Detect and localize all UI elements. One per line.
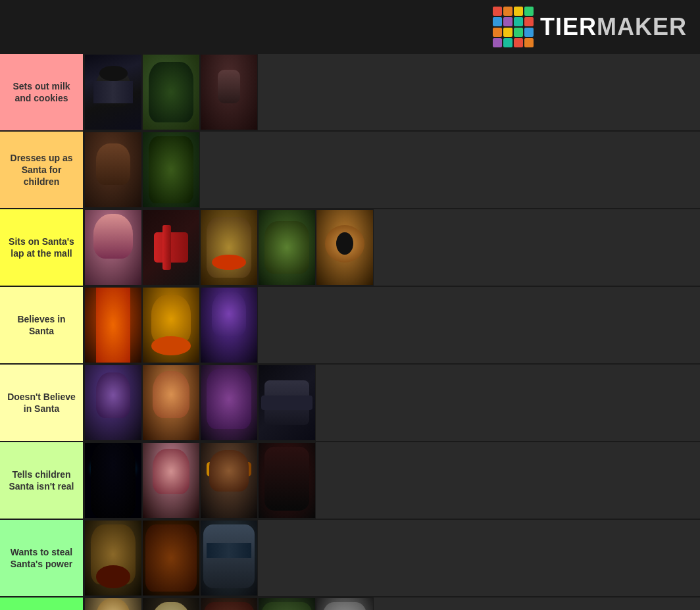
character-image (201, 210, 257, 285)
character-image (143, 443, 199, 518)
tier-items-sits-lap (84, 209, 700, 286)
tier-item[interactable] (84, 209, 142, 286)
tier-item[interactable] (142, 209, 200, 286)
tier-row-sits-lap: Sits on Santa's lap at the mall (0, 209, 700, 287)
logo-cell (503, 28, 512, 37)
logo-cell (493, 38, 502, 47)
logo-grid-icon (493, 7, 534, 47)
logo-cell (493, 17, 502, 26)
tier-item[interactable] (200, 442, 258, 519)
tier-row-tells-children: Tells children Santa isn't real (0, 442, 700, 520)
character-image (143, 55, 199, 130)
tier-item[interactable] (258, 209, 316, 286)
character-image (143, 210, 199, 285)
logo-cell (503, 7, 512, 16)
tier-row-believes: Believes in Santa (0, 287, 700, 365)
tier-label-doesnt-believe: Doesn't Believe in Santa (0, 365, 84, 441)
tier-item[interactable] (84, 365, 142, 441)
tier-label-fight-santa: Tries to fight Santa (0, 597, 84, 610)
tier-item[interactable] (258, 365, 316, 441)
tier-item[interactable] (200, 597, 258, 610)
logo-tier: TiER (540, 13, 597, 40)
tier-label-dresses-santa: Dresses up as Santa for children (0, 132, 84, 208)
character-image (316, 210, 373, 285)
tier-label-milk-cookies: Sets out milk and cookies (0, 54, 84, 130)
logo-cell (514, 28, 523, 37)
logo-cell (493, 7, 502, 16)
tier-row-fight-santa: Tries to fight Santa (0, 597, 700, 610)
logo-cell (503, 17, 512, 26)
tier-items-dresses-santa (84, 132, 700, 208)
character-image (201, 365, 257, 440)
character-image (143, 132, 199, 207)
character-image (201, 598, 257, 610)
logo-cell (524, 38, 534, 47)
tier-item[interactable] (84, 520, 142, 596)
character-image (316, 598, 373, 610)
tier-list: Sets out milk and cookies (0, 54, 700, 610)
tier-items-doesnt-believe (84, 365, 700, 441)
tier-label-sits-lap: Sits on Santa's lap at the mall (0, 209, 84, 286)
character-image (201, 55, 257, 130)
character-image (259, 443, 315, 518)
tier-item[interactable] (316, 597, 374, 610)
character-image (85, 521, 141, 596)
logo-cell (524, 7, 534, 16)
logo-cell (514, 38, 523, 47)
tier-item[interactable] (200, 520, 258, 596)
logo-text: TiERMAKER (540, 13, 687, 41)
character-image (143, 365, 199, 440)
tier-item[interactable] (84, 54, 142, 130)
character-image (85, 443, 141, 518)
character-image (85, 132, 141, 207)
character-image (85, 598, 141, 610)
tier-item[interactable] (316, 209, 374, 286)
tier-item[interactable] (84, 597, 142, 610)
header: TiERMAKER (0, 0, 700, 54)
tier-row-doesnt-believe: Doesn't Believe in Santa (0, 365, 700, 442)
character-image (259, 598, 315, 610)
tier-item[interactable] (84, 132, 142, 208)
logo-cell (514, 17, 523, 26)
tier-item[interactable] (142, 442, 200, 519)
tier-item[interactable] (142, 287, 200, 363)
tier-item[interactable] (200, 365, 258, 441)
logo-cell (524, 17, 534, 26)
tier-items-believes (84, 287, 700, 363)
tier-item[interactable] (258, 597, 316, 610)
tier-item[interactable] (200, 209, 258, 286)
logo-cell (514, 7, 523, 16)
character-image (85, 365, 141, 440)
tier-item[interactable] (200, 54, 258, 130)
character-image (201, 288, 257, 363)
character-image (85, 288, 141, 363)
character-image (201, 443, 257, 518)
tier-items-tells-children (84, 442, 700, 519)
tier-row-steal-power: Wants to steal Santa's power (0, 520, 700, 597)
tier-item[interactable] (84, 442, 142, 519)
logo-cell (524, 28, 534, 37)
tier-row-dresses-santa: Dresses up as Santa for children (0, 132, 700, 209)
tier-label-steal-power: Wants to steal Santa's power (0, 520, 84, 596)
tier-label-tells-children: Tells children Santa isn't real (0, 442, 84, 519)
logo-maker: MAKER (597, 13, 687, 40)
tier-items-milk-cookies (84, 54, 700, 130)
tier-item[interactable] (258, 442, 316, 519)
character-image (143, 521, 199, 596)
tier-item[interactable] (142, 54, 200, 130)
character-image (201, 521, 257, 596)
tier-row-milk-cookies: Sets out milk and cookies (0, 54, 700, 132)
tier-item[interactable] (142, 597, 200, 610)
character-image (259, 365, 315, 440)
logo-cell (503, 38, 512, 47)
tier-item[interactable] (142, 520, 200, 596)
tier-items-fight-santa (84, 597, 700, 610)
tier-item[interactable] (84, 287, 142, 363)
character-image (259, 210, 315, 285)
tier-label-believes: Believes in Santa (0, 287, 84, 363)
tier-items-steal-power (84, 520, 700, 596)
tier-item[interactable] (142, 132, 200, 208)
tier-item[interactable] (200, 287, 258, 363)
tier-item[interactable] (142, 365, 200, 441)
logo-cell (493, 28, 502, 37)
